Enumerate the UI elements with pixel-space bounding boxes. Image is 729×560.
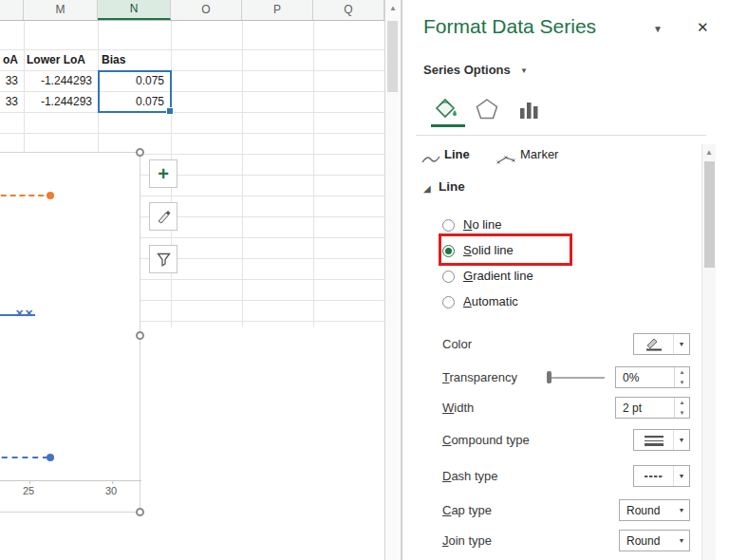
chart-resize-handle-right[interactable] [136, 331, 144, 340]
dash-type-dropdown[interactable]: ▼ [633, 465, 690, 487]
pane-close-icon[interactable]: ✕ [697, 19, 709, 36]
compound-lines-icon [634, 430, 674, 450]
pane-vertical-scrollbar[interactable]: ▲ [701, 144, 716, 560]
column-header-q[interactable]: Q [313, 0, 384, 20]
transparency-spinner[interactable]: 0% ▲▼ [615, 366, 690, 388]
transparency-slider-thumb[interactable] [547, 371, 551, 383]
series-bias-marker-2[interactable]: ✕ [25, 308, 33, 320]
brush-icon [156, 209, 171, 224]
column-header-n[interactable]: N [98, 0, 171, 20]
dash-line-icon [634, 466, 674, 486]
column-header-partial[interactable] [0, 0, 24, 20]
chevron-down-icon: ▼ [674, 531, 689, 551]
gridline [313, 20, 314, 327]
cell-lower-loa-row2[interactable]: -1.244293 [24, 91, 92, 112]
gridline [0, 133, 384, 134]
tab-line[interactable]: Line [444, 147, 470, 161]
line-color-icon [634, 334, 674, 354]
pane-title: Format Data Series [423, 15, 596, 38]
series-bias-marker-1[interactable]: ✕ [15, 308, 24, 320]
excel-window: M N O P Q oA Lower LoA Bias 33 -1.244293… [0, 0, 729, 560]
bar-chart-icon [516, 97, 541, 121]
radio-no-line[interactable] [442, 219, 455, 232]
sheet-vertical-scrollbar[interactable]: ▲ [384, 0, 402, 560]
width-label: Width [442, 401, 474, 415]
marker-tab-icon [495, 152, 516, 169]
cell-header-lower-loa[interactable]: Lower LoA [27, 49, 85, 70]
radio-gradient-line[interactable] [442, 271, 455, 283]
radio-solid-line-label[interactable]: Solid line [463, 243, 514, 257]
radio-no-line-label[interactable]: No line [463, 217, 501, 232]
join-type-dropdown[interactable]: Round ▼ [619, 530, 690, 551]
chart-resize-handle-top-right[interactable] [136, 148, 144, 157]
x-tick-label-30: 30 [105, 485, 117, 496]
column-header-row: M N O P Q [0, 0, 384, 21]
chart-styles-button[interactable] [149, 202, 178, 231]
cap-type-dropdown[interactable]: Round ▼ [619, 499, 690, 521]
dash-type-label: Dash type [442, 469, 498, 483]
x-tick-mark [29, 480, 30, 484]
chart-elements-button[interactable]: + [149, 159, 178, 188]
scrollbar-thumb[interactable] [704, 161, 715, 268]
gridline [242, 20, 243, 327]
spinner-arrows-icon[interactable]: ▲▼ [674, 367, 689, 387]
series-upper-loa-line[interactable] [0, 195, 53, 196]
column-header-o[interactable]: O [171, 0, 242, 20]
compound-type-label: Compound type [442, 433, 530, 447]
pentagon-icon [475, 97, 499, 121]
column-header-p[interactable]: P [242, 0, 313, 20]
x-tick-label-25: 25 [23, 485, 34, 496]
transparency-slider-track[interactable] [550, 377, 605, 379]
column-header-m[interactable]: M [24, 0, 98, 20]
line-color-button[interactable]: ▼ [633, 333, 690, 355]
chevron-down-icon: ▼ [674, 466, 689, 486]
collapse-triangle-icon[interactable]: ◢ [423, 183, 431, 194]
chart-filters-button[interactable] [149, 245, 178, 273]
compound-type-dropdown[interactable]: ▼ [633, 429, 690, 451]
cell-header-bias[interactable]: Bias [102, 49, 125, 70]
chevron-down-icon: ▼ [674, 500, 689, 520]
radio-solid-line[interactable] [442, 245, 455, 257]
transparency-value[interactable]: 0% [616, 367, 674, 387]
gridline [0, 112, 384, 113]
divider [416, 135, 706, 136]
chart-resize-handle-bottom-right[interactable] [136, 508, 144, 516]
chart-x-axis [0, 480, 141, 481]
cell-partial-row2[interactable]: 33 [0, 91, 18, 112]
radio-gradient-line-label[interactable]: Gradient line [463, 269, 533, 283]
format-data-series-pane: Format Data Series ▼ ✕ Series Options ▼ [402, 0, 729, 560]
cell-partial-row1[interactable]: 33 [0, 70, 18, 91]
series-options-dropdown-icon[interactable]: ▼ [520, 66, 528, 75]
line-section-header[interactable]: Line [439, 179, 465, 194]
series-options-tab[interactable] [513, 93, 545, 125]
pane-title-dropdown-icon[interactable]: ▼ [653, 24, 663, 34]
worksheet[interactable]: M N O P Q oA Lower LoA Bias 33 -1.244293… [0, 0, 384, 560]
fill-line-tab[interactable] [429, 93, 461, 125]
series-lower-loa-marker[interactable] [47, 454, 54, 461]
x-tick-mark [112, 480, 113, 484]
color-label: Color [442, 337, 472, 351]
cell-header-partial[interactable]: oA [0, 49, 18, 70]
radio-automatic[interactable] [442, 296, 455, 308]
effects-tab[interactable] [471, 93, 503, 125]
spinner-arrows-icon[interactable]: ▲▼ [674, 398, 689, 418]
scroll-up-arrow-icon[interactable]: ▲ [702, 144, 716, 160]
cap-type-value: Round [620, 500, 674, 520]
series-upper-loa-marker[interactable] [47, 192, 54, 199]
scrollbar-thumb[interactable] [387, 21, 398, 92]
width-value[interactable]: 2 pt [616, 398, 674, 418]
scroll-up-arrow-icon[interactable]: ▲ [385, 0, 401, 16]
selected-cell-range[interactable] [98, 70, 172, 113]
fill-handle[interactable] [166, 107, 174, 115]
width-spinner[interactable]: 2 pt ▲▼ [615, 397, 690, 419]
cell-lower-loa-row1[interactable]: -1.244293 [24, 70, 92, 91]
chevron-down-icon: ▼ [674, 334, 689, 354]
line-tab-icon [421, 152, 440, 169]
tab-marker[interactable]: Marker [520, 147, 558, 161]
radio-automatic-label[interactable]: Automatic [463, 294, 518, 308]
chart[interactable]: ✕ ✕ 25 30 [0, 152, 140, 513]
selected-tab-indicator [431, 124, 465, 127]
join-type-label: Join type [442, 533, 492, 548]
series-lower-loa-line[interactable] [0, 457, 48, 458]
chevron-down-icon: ▼ [674, 430, 689, 450]
